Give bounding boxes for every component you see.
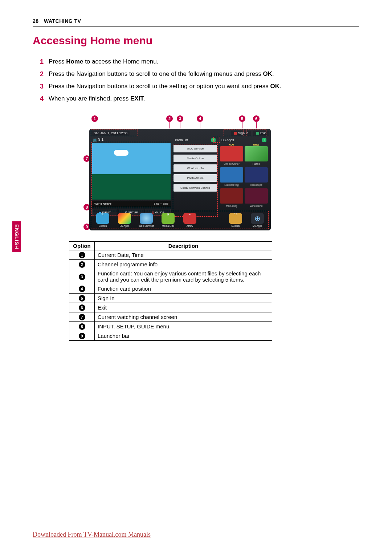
- channel-number: 📺 9-1: [93, 138, 103, 142]
- callout-3: 3: [177, 115, 183, 122]
- step-1: 1Press Home to access the Home menu.: [40, 56, 359, 67]
- table-row: 7Current watching channel screen: [69, 312, 272, 322]
- callout-4: 4: [197, 115, 203, 122]
- app-tile[interactable]: Horoscope: [245, 167, 268, 183]
- callout-region-9: [91, 211, 269, 229]
- step-3: 3Press the Navigation buttons to scroll …: [40, 81, 359, 92]
- page-number: 28: [33, 18, 39, 24]
- language-tab: ENGLISH: [12, 221, 21, 252]
- footer-link[interactable]: Downloaded From TV-Manual.com Manuals: [33, 531, 151, 538]
- app-tile[interactable]: HOTUnit convertor: [220, 146, 243, 161]
- app-tile[interactable]: Winesound: [245, 188, 268, 204]
- steps-list: 1Press Home to access the Home menu. 2Pr…: [33, 56, 359, 104]
- premium-panel: Premium+ UCC Service Movie Online Weathe…: [173, 138, 217, 194]
- page-title: Accessing Home menu: [33, 34, 359, 47]
- callout-region-2: [91, 201, 171, 207]
- callout-region-1: [91, 130, 138, 136]
- tv-screenshot: Sat. Jan. 1, 2011 12:00 Sign In Exit 📺 9…: [89, 129, 271, 230]
- lgapps-add-icon[interactable]: +: [262, 138, 266, 142]
- callout-row-top: 1 2 3 4 5 6: [69, 115, 272, 129]
- th-option: Option: [69, 242, 95, 250]
- th-description: Description: [95, 242, 272, 250]
- callout-region-3: [173, 144, 218, 217]
- app-tile[interactable]: NEWPuzzle: [245, 146, 268, 161]
- section-name: WATCHING TV: [44, 18, 81, 24]
- step-4: 4When you are finished, press EXIT.: [40, 93, 359, 104]
- lg-apps-panel: LG Apps+ HOTUnit convertor NEWPuzzle Nat…: [220, 138, 268, 204]
- table-row: 9Launcher bar: [69, 331, 272, 341]
- callout-region-4: [213, 137, 220, 143]
- step-2: 2Press the Navigation buttons to scroll …: [40, 69, 359, 79]
- app-tile[interactable]: Mah-Jong: [220, 188, 243, 204]
- table-row: 5Sign In: [69, 294, 272, 303]
- table-row: 1Current Date, Time: [69, 250, 272, 260]
- running-header: 28 WATCHING TV: [33, 18, 359, 26]
- table-row: 2Channel programme info: [69, 260, 272, 269]
- callout-1: 1: [91, 115, 98, 122]
- table-row: 4Function card position: [69, 284, 272, 294]
- figure: 1 2 3 4 5 6 7 8 9 Sat. Jan. 1, 2011 12:0…: [69, 115, 272, 230]
- callout-region-6: [246, 130, 266, 136]
- callout-2: 2: [166, 115, 173, 122]
- callout-region-5: [224, 130, 244, 136]
- callout-6: 6: [253, 115, 260, 122]
- description-table: Option Description 1Current Date, Time 2…: [69, 241, 272, 341]
- table-row: 6Exit: [69, 303, 272, 312]
- callout-region-7: [91, 142, 171, 207]
- app-tile[interactable]: National-flag: [220, 167, 243, 183]
- callout-5: 5: [239, 115, 245, 122]
- table-row: 8INPUT, SETUP, GUIDE menu.: [69, 322, 272, 331]
- table-row: 3Function card: You can enjoy various co…: [69, 269, 272, 284]
